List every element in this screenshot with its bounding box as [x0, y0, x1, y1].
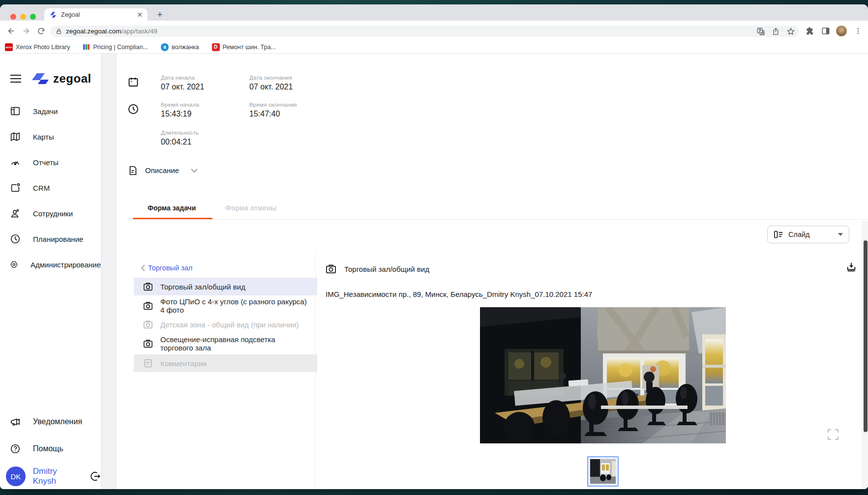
- sidebar-item-help[interactable]: Помощь: [0, 441, 101, 456]
- user-row[interactable]: DK Dmitry Knysh: [0, 466, 101, 487]
- tab-cancel-form[interactable]: Форма отмены: [225, 200, 276, 216]
- zegoal-app: zegoal Задачи Карты Отчеты CR: [0, 54, 868, 489]
- checklist-item-3[interactable]: Детская зона - общий вид (при наличии): [134, 316, 317, 333]
- url-text: zegoal.zegoal.com/app/task/49: [66, 28, 157, 35]
- bookmark-star-icon[interactable]: [786, 27, 795, 36]
- sidebar-item-planning[interactable]: Планирование: [0, 226, 101, 252]
- photo-caption: IMG_Независимости пр., 89, Минск, Белару…: [326, 290, 592, 298]
- description-icon: [127, 165, 138, 176]
- tab-close-icon[interactable]: ✕: [137, 11, 143, 18]
- sidebar-nav: Задачи Карты Отчеты CRM Сотрудники: [0, 98, 101, 277]
- reports-icon: [10, 157, 21, 168]
- tab-title: Zegoal: [61, 11, 80, 18]
- camera-icon: [143, 339, 153, 348]
- download-button[interactable]: [844, 260, 858, 274]
- camera-icon: [326, 264, 336, 274]
- maps-icon: [10, 131, 21, 142]
- thumbnail-graphic: [590, 459, 616, 484]
- forward-button[interactable]: [20, 25, 32, 37]
- camera-icon: [143, 320, 153, 329]
- camera-icon: [143, 282, 153, 291]
- tasks-icon: [10, 106, 21, 116]
- menu-icon[interactable]: [10, 74, 22, 83]
- bookmark-pricing[interactable]: Pricing | Complian...: [83, 43, 148, 51]
- user-avatar[interactable]: DK: [6, 466, 26, 486]
- download-icon: [846, 262, 857, 272]
- bookmark-volzhanka[interactable]: a волжанка: [161, 43, 199, 51]
- form-tabs: Форма задачи Форма отмены: [117, 200, 868, 221]
- url-host: zegoal.zegoal.com: [66, 28, 121, 35]
- volzhanka-favicon: a: [161, 43, 169, 51]
- lock-icon: [56, 28, 62, 35]
- expand-icon: [827, 428, 839, 441]
- planning-icon: [10, 233, 21, 244]
- task-photo[interactable]: [480, 307, 726, 443]
- fullscreen-button[interactable]: [825, 426, 841, 443]
- date-end-field: Дата окончания 07 окт. 2021: [249, 75, 348, 91]
- reload-button[interactable]: [34, 25, 47, 37]
- view-mode-select[interactable]: Слайд: [767, 226, 849, 243]
- share-icon[interactable]: [772, 27, 780, 36]
- zegoal-logo: zegoal: [30, 71, 91, 86]
- checklist-item-1[interactable]: Торговый зал/общий вид: [134, 278, 317, 295]
- viewer-title: Торговый зал/общий вид: [344, 265, 429, 273]
- browser-tab-zegoal[interactable]: Zegoal ✕: [44, 8, 148, 21]
- date-start-field: Дата начала 07 окт. 2021: [161, 75, 259, 91]
- bookmark-remont-shin[interactable]: D Ремонт шин. Тра...: [212, 43, 276, 51]
- remont-favicon: D: [212, 43, 220, 51]
- sidebar-gutter: [101, 54, 117, 489]
- browser-window: Zegoal ✕ + zegoal.zegoal.com/app/task/49: [0, 4, 868, 489]
- clock-icon: [127, 103, 139, 115]
- tabs-divider: [133, 219, 868, 220]
- new-tab-button[interactable]: +: [153, 8, 166, 21]
- breadcrumb[interactable]: Торговый зал: [140, 264, 192, 272]
- view-mode-label: Слайд: [788, 231, 810, 238]
- panel-divider: [315, 250, 316, 489]
- scrollbar-thumb[interactable]: [864, 240, 868, 432]
- sidebar-item-notifications[interactable]: Уведомления: [0, 414, 101, 429]
- sidebar-item-employees[interactable]: Сотрудники: [0, 201, 101, 226]
- profile-avatar[interactable]: [835, 25, 848, 37]
- camera-icon: [143, 301, 153, 310]
- help-icon: [10, 443, 21, 454]
- xerox-favicon: xerox: [5, 43, 13, 51]
- browser-toolbar: zegoal.zegoal.com/app/task/49: [0, 21, 868, 41]
- photo-thumbnail-selected[interactable]: [587, 456, 619, 487]
- chevron-down-icon[interactable]: [190, 168, 198, 174]
- tab-task-form[interactable]: Форма задачи: [148, 200, 196, 216]
- slide-view-icon: [774, 230, 783, 239]
- sidebar-item-crm[interactable]: CRM: [0, 175, 101, 201]
- sidebar-item-administration[interactable]: Администрирование: [0, 252, 101, 277]
- logout-icon[interactable]: [89, 470, 101, 482]
- sidebar-item-tasks[interactable]: Задачи: [0, 98, 101, 124]
- zegoal-logo-text: zegoal: [53, 72, 91, 86]
- side-panel-icon[interactable]: [819, 25, 832, 37]
- caret-down-icon: [838, 233, 843, 236]
- address-bar[interactable]: zegoal.zegoal.com/app/task/49: [51, 26, 799, 37]
- calendar-icon: [127, 76, 139, 88]
- close-window-button[interactable]: [10, 14, 16, 20]
- zegoal-favicon: [49, 11, 57, 19]
- minimize-window-button[interactable]: [20, 14, 26, 20]
- back-button[interactable]: [5, 25, 18, 37]
- checklist-item-4[interactable]: Освещение-исправная подсветка торгового …: [134, 333, 317, 354]
- bookmark-xerox[interactable]: xerox Xerox Photo Library: [5, 43, 70, 51]
- translate-icon[interactable]: [756, 27, 765, 36]
- description-label: Описание: [145, 166, 179, 175]
- pricing-favicon: [83, 43, 90, 51]
- checklist: Торговый зал/общий вид Фото ЦПиО с 4-х у…: [134, 278, 317, 372]
- main-content: Дата начала 07 окт. 2021 Дата окончания …: [117, 54, 868, 489]
- checklist-item-comments[interactable]: Комментарии: [134, 354, 317, 372]
- office-photo-graphic: [480, 307, 726, 443]
- tab-strip: Zegoal ✕ +: [0, 4, 868, 21]
- sidebar-item-reports[interactable]: Отчеты: [0, 149, 101, 175]
- browser-menu-icon[interactable]: [852, 25, 865, 37]
- sidebar-item-maps[interactable]: Карты: [0, 124, 101, 149]
- time-end-field: Время окончания 15:47:40: [249, 102, 348, 118]
- checklist-item-2[interactable]: Фото ЦПиО с 4-х углов (с разного ракурса…: [134, 295, 317, 316]
- extensions-icon[interactable]: [804, 25, 816, 37]
- url-path: /app/task/49: [121, 28, 158, 35]
- employees-icon: [10, 208, 21, 219]
- user-name[interactable]: Dmitry Knysh: [33, 466, 82, 486]
- zoom-window-button[interactable]: [30, 14, 36, 20]
